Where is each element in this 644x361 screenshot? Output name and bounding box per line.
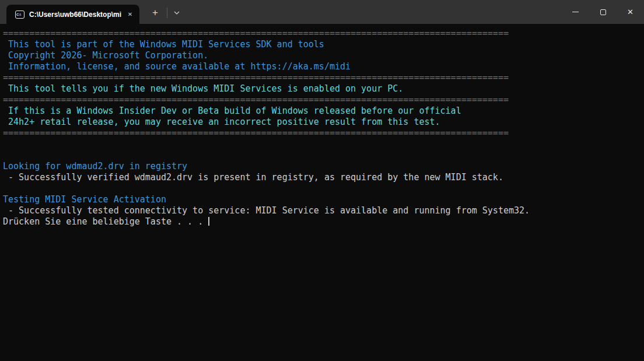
terminal-line: Looking for wdmaud2.drv in registry [3, 161, 644, 172]
terminal-line: ========================================… [3, 24, 644, 28]
maximize-icon [600, 9, 606, 15]
text-cursor [208, 217, 209, 226]
terminal-content: ========================================… [3, 24, 644, 227]
terminal-line: If this is a Windows Insider Dev or Beta… [3, 106, 644, 117]
maximize-button[interactable] [589, 0, 617, 24]
minimize-button[interactable] [562, 0, 589, 24]
command-prompt-icon-text: C:\ [16, 13, 21, 16]
terminal-line: 24h2+ retail release, you may receive an… [3, 117, 644, 128]
terminal-line [3, 183, 644, 194]
tabbar-divider [167, 8, 167, 18]
new-tab-button[interactable]: + [147, 5, 163, 21]
terminal-line: ========================================… [3, 28, 644, 39]
tab-dropdown-button[interactable] [169, 5, 184, 21]
terminal-line: Drücken Sie eine beliebige Taste . . . [3, 216, 644, 227]
terminal-line: - Successfully verified wdmaud2.drv is p… [3, 172, 644, 183]
tab-close-icon[interactable]: ✕ [125, 9, 135, 20]
close-button[interactable]: ✕ [617, 0, 644, 24]
terminal-line: Copyright 2026- Microsoft Corporation. [3, 50, 644, 61]
terminal-line [3, 150, 644, 161]
terminal-line: Testing MIDI Service Activation [3, 194, 644, 205]
chevron-down-icon [174, 11, 180, 15]
terminal-line: ========================================… [3, 128, 644, 139]
terminal-line: Information, license, and source availab… [3, 61, 644, 72]
terminal-line [3, 139, 644, 150]
terminal-tab[interactable]: C:\ C:\Users\uwb66\Desktop\mid ✕ [6, 5, 139, 24]
terminal-output-area[interactable]: ========================================… [0, 24, 644, 361]
command-prompt-icon: C:\ [15, 10, 24, 19]
terminal-line: This tool is part of the Windows MIDI Se… [3, 39, 644, 50]
terminal-line: ========================================… [3, 72, 644, 83]
title-bar: C:\ C:\Users\uwb66\Desktop\mid ✕ + ✕ [0, 0, 644, 24]
terminal-line: This tool tells you if the new Windows M… [3, 83, 644, 94]
terminal-line: - Successfully tested connectivity to se… [3, 205, 644, 216]
window-controls: ✕ [562, 0, 644, 24]
close-icon: ✕ [627, 8, 634, 16]
minimize-icon [572, 12, 579, 12]
tab-title: C:\Users\uwb66\Desktop\mid [29, 10, 121, 19]
terminal-line: ========================================… [3, 94, 644, 106]
